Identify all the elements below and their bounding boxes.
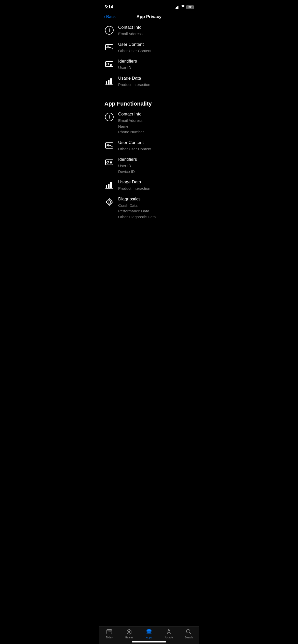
svg-rect-11 (110, 78, 112, 84)
item-title: Usage Data (118, 180, 194, 185)
item-title: Identifiers (118, 59, 194, 64)
contact-info-tracked: Contact Info Email Address (118, 25, 194, 37)
status-bar: 5:14 32 (99, 0, 199, 12)
svg-rect-2 (105, 45, 113, 50)
item-subtitle: Email Address (118, 31, 194, 37)
back-chevron-icon: ‹ (103, 14, 105, 20)
id-card-icon (104, 157, 114, 167)
id-card-icon (104, 59, 114, 69)
item-subtitle: Other User Content (118, 146, 194, 152)
item-subtitle: Product Interaction (118, 186, 194, 192)
usage-data-functionality: Usage Data Product Interaction (118, 180, 194, 192)
list-item: Diagnostics Crash DataPerformance DataOt… (104, 194, 194, 223)
user-content-tracked: User Content Other User Content (118, 42, 194, 54)
svg-rect-15 (105, 143, 113, 148)
item-subtitle: User IDDevice ID (118, 163, 194, 174)
status-time: 5:14 (104, 5, 113, 10)
item-title: User Content (118, 42, 194, 47)
item-title: Identifiers (118, 157, 194, 162)
item-subtitle: Email AddressNamePhone Number (118, 118, 194, 135)
item-title: Contact Info (118, 25, 194, 30)
svg-rect-9 (106, 81, 107, 84)
item-title: Diagnostics (118, 197, 194, 202)
list-item: User Content Other User Content (104, 39, 194, 56)
svg-rect-22 (106, 185, 107, 188)
list-item: User Content Other User Content (104, 138, 194, 155)
identifiers-functionality: Identifiers User IDDevice ID (118, 157, 194, 174)
status-icons: 32 (175, 5, 194, 9)
svg-rect-10 (108, 80, 110, 84)
battery-icon: 32 (186, 5, 194, 9)
contact-info-functionality: Contact Info Email AddressNamePhone Numb… (118, 112, 194, 135)
item-subtitle: User ID (118, 65, 194, 71)
list-item: Identifiers User IDDevice ID (104, 154, 194, 177)
info-icon: i (104, 112, 114, 122)
svg-text:i: i (109, 28, 110, 33)
wifi-icon (181, 5, 185, 9)
svg-rect-23 (108, 184, 110, 188)
page-title: App Privacy (137, 14, 161, 19)
item-subtitle: Product Interaction (118, 82, 194, 88)
list-item: Usage Data Product Interaction (104, 73, 194, 90)
list-item: Usage Data Product Interaction (104, 177, 194, 194)
info-icon: i (104, 25, 114, 35)
section-divider (104, 93, 194, 93)
nav-bar: ‹ Back App Privacy (99, 12, 199, 22)
identifiers-tracked: Identifiers User ID (118, 59, 194, 71)
svg-point-18 (107, 161, 109, 163)
back-button[interactable]: ‹ Back (103, 14, 116, 20)
usage-data-tracked: Usage Data Product Interaction (118, 76, 194, 88)
list-item: i Contact Info Email AddressNamePhone Nu… (104, 109, 194, 138)
svg-rect-24 (110, 182, 112, 188)
diagnostics-functionality: Diagnostics Crash DataPerformance DataOt… (118, 197, 194, 220)
svg-point-26 (108, 201, 111, 203)
list-item: i Contact Info Email Address (104, 22, 194, 39)
item-subtitle: Crash DataPerformance DataOther Diagnost… (118, 203, 194, 220)
gear-icon (104, 197, 114, 207)
svg-point-5 (107, 63, 109, 65)
item-title: Contact Info (118, 112, 194, 117)
user-content-functionality: User Content Other User Content (118, 140, 194, 152)
main-content: i Contact Info Email Address User Conten… (99, 22, 199, 248)
list-item: Identifiers User ID (104, 56, 194, 73)
chart-icon (104, 76, 114, 86)
photo-icon (104, 141, 114, 150)
back-label[interactable]: Back (106, 14, 116, 19)
chart-icon (104, 180, 114, 190)
signal-bars-icon (175, 5, 179, 9)
section-header-functionality: App Functionality (104, 96, 194, 109)
item-title: User Content (118, 140, 194, 145)
photo-icon (104, 42, 114, 52)
svg-text:i: i (109, 114, 110, 120)
item-title: Usage Data (118, 76, 194, 81)
item-subtitle: Other User Content (118, 48, 194, 54)
